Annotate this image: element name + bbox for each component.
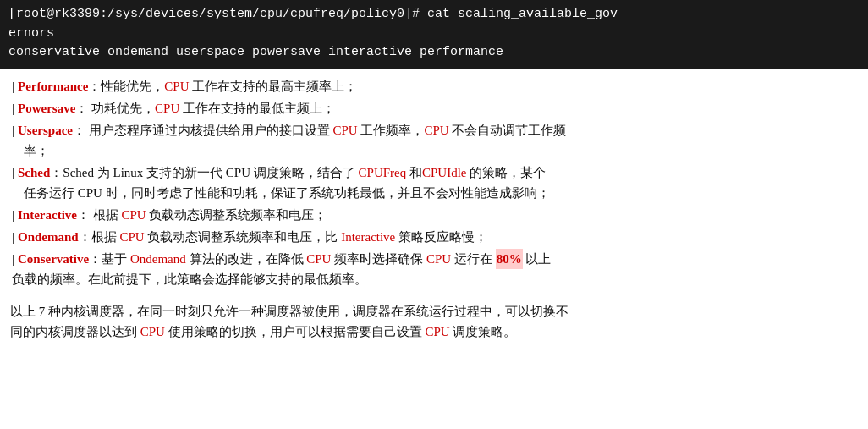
text-conservative3: 频率时选择确保 (331, 249, 426, 269)
bar-powersave: | (12, 98, 14, 118)
content-area: | Performance ：性能优先， CPU 工作在支持的最高主频率上； |… (0, 69, 868, 354)
text-conservative5: 以上 (523, 249, 552, 269)
terminal-block: [root@rk3399:/sys/devices/system/cpu/cpu… (0, 0, 868, 69)
text-performance2: 工作在支持的最高主频率上； (190, 76, 358, 96)
cpu-userspace2: CPU (424, 120, 448, 140)
cpu-conservative2: CPU (426, 249, 451, 269)
item-userspace: | Userspace ： 用户态程序通过内核提供给用户的接口设置 CPU 工作… (10, 120, 858, 161)
bar-interactive: | (12, 205, 14, 225)
terminal-line3: conservative ondemand userspace powersav… (8, 43, 860, 63)
bar-userspace: | (12, 120, 14, 140)
text-userspace4: 率； (12, 140, 858, 161)
text-interactive1: ： 根据 (77, 205, 122, 225)
keyword-interactive: Interactive (18, 205, 77, 225)
cpu-performance: CPU (164, 76, 189, 96)
para-text4: 调度策略。 (450, 325, 517, 338)
text-ondemand3: 策略反应略慢； (395, 227, 487, 247)
para-text3: 使用策略的切换，用户可以根据需要自己设置 (165, 325, 426, 338)
interactive-ondemand: Interactive (341, 227, 395, 247)
cpu-userspace1: CPU (333, 120, 358, 140)
keyword-conservative: Conservative (18, 249, 89, 269)
text-sched3: 的策略，某个 (466, 162, 546, 183)
terminal-line1: [root@rk3399:/sys/devices/system/cpu/cpu… (8, 5, 860, 25)
terminal-line2: ernors (8, 25, 860, 44)
cpu-powersave: CPU (155, 98, 179, 118)
cpu-para1: CPU (140, 325, 165, 338)
text-interactive2: 负载动态调整系统频率和电压； (146, 205, 327, 225)
bar-sched: | (12, 162, 14, 183)
text-powersave: ： 功耗优先， (75, 98, 155, 118)
item-performance: | Performance ：性能优先， CPU 工作在支持的最高主频率上； (10, 76, 858, 96)
text-userspace2: 工作频率， (358, 120, 425, 140)
bar-performance: | (12, 76, 14, 96)
item-conservative: | Conservative ：基于 Ondemand 算法的改进，在降低 CP… (10, 249, 858, 289)
item-powersave: | Powersave ： 功耗优先， CPU 工作在支持的最低主频上； (10, 98, 858, 118)
highlight-80percent: 80% (496, 249, 523, 269)
text-powersave2: 工作在支持的最低主频上； (179, 98, 335, 118)
para-text1: 以上 7 种内核调度器，在同一时刻只允许一种调度器被使用，调度器在系统运行过程中… (10, 305, 569, 318)
text-ondemand2: 负载动态调整系统频率和电压，比 (145, 227, 342, 247)
page-wrapper: [root@rk3399:/sys/devices/system/cpu/cpu… (0, 0, 868, 353)
keyword-performance: Performance (18, 76, 88, 96)
text-sched2: 和 (406, 162, 422, 183)
keyword-sched: Sched (18, 162, 50, 183)
text-sched4: 任务运行 CPU 时，同时考虑了性能和功耗，保证了系统功耗最低，并且不会对性能造… (12, 183, 858, 203)
text-conservative2: 算法的改进，在降低 (186, 249, 307, 269)
para-text2: 同的内核调度器以达到 (10, 325, 140, 338)
bar-conservative: | (12, 249, 14, 269)
text-userspace: ： 用户态程序通过内核提供给用户的接口设置 (73, 120, 333, 140)
keyword-userspace: Userspace (18, 120, 73, 140)
text-conservative6: 负载的频率。在此前提下，此策略会选择能够支持的最低频率。 (12, 269, 858, 289)
cpu-interactive: CPU (121, 205, 146, 225)
item-sched: | Sched ：Sched 为 Linux 支持的新一代 CPU 调度策略，结… (10, 162, 858, 203)
bar-ondemand: | (12, 227, 14, 247)
keyword-ondemand: Ondemand (18, 227, 79, 247)
cpu-para2: CPU (425, 325, 449, 338)
cpu-ondemand: CPU (119, 227, 144, 247)
item-interactive: | Interactive ： 根据 CPU 负载动态调整系统频率和电压； (10, 205, 858, 225)
item-ondemand: | Ondemand ：根据 CPU 负载动态调整系统频率和电压，比 Inter… (10, 227, 858, 247)
ondemand-conservative: Ondemand (130, 249, 186, 269)
final-paragraph: 以上 7 种内核调度器，在同一时刻只允许一种调度器被使用，调度器在系统运行过程中… (10, 301, 858, 344)
text-performance: ：性能优先， (88, 76, 164, 96)
text-sched1: ：Sched 为 Linux 支持的新一代 CPU 调度策略，结合了 (50, 162, 358, 183)
cpufreq-sched: CPUFreq (359, 162, 407, 183)
text-ondemand1: ：根据 (79, 227, 120, 247)
cpuidle-sched: CPUIdle (422, 162, 467, 183)
text-userspace3: 不会自动调节工作频 (449, 120, 567, 140)
text-conservative4: 运行在 (451, 249, 496, 269)
cpu-conservative1: CPU (306, 249, 331, 269)
text-conservative1: ：基于 (89, 249, 130, 269)
keyword-powersave: Powersave (18, 98, 75, 118)
